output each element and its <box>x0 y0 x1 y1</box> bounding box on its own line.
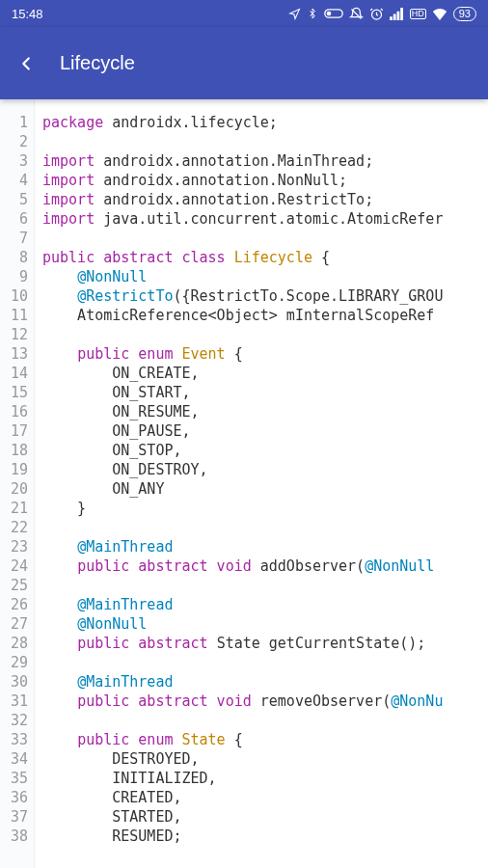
line-number: 19 <box>0 460 28 479</box>
code-line[interactable]: } <box>42 499 488 518</box>
code-line[interactable]: @MainThread <box>42 595 488 614</box>
line-number: 6 <box>0 209 28 229</box>
line-number: 17 <box>0 421 28 441</box>
code-line[interactable]: public enum Event { <box>42 344 488 364</box>
code-line[interactable]: @NonNull <box>42 614 488 634</box>
code-editor[interactable]: 1234567891011121314151617181920212223242… <box>0 99 488 868</box>
back-button[interactable] <box>14 51 39 76</box>
code-line[interactable]: ON_CREATE, <box>42 364 488 383</box>
code-line[interactable] <box>42 653 488 672</box>
code-line[interactable]: @MainThread <box>42 672 488 692</box>
code-line[interactable]: AtomicReference<Object> mInternalScopeRe… <box>42 306 488 325</box>
location-icon <box>288 8 301 20</box>
status-time: 15:48 <box>12 7 288 21</box>
code-line[interactable]: ON_RESUME, <box>42 402 488 421</box>
line-number: 11 <box>0 306 28 325</box>
line-number: 3 <box>0 151 28 171</box>
code-line[interactable] <box>42 325 488 344</box>
code-line[interactable] <box>42 132 488 151</box>
line-number: 4 <box>0 171 28 190</box>
line-number: 1 <box>0 113 28 132</box>
line-number: 38 <box>0 827 28 846</box>
line-number: 8 <box>0 248 28 267</box>
line-number: 18 <box>0 441 28 460</box>
status-bar: 15:48 HD 93 <box>0 0 488 27</box>
code-line[interactable]: public abstract void addObserver(@NonNul… <box>42 556 488 576</box>
code-line[interactable]: ON_START, <box>42 383 488 402</box>
line-number: 24 <box>0 556 28 576</box>
code-line[interactable]: INITIALIZED, <box>42 769 488 788</box>
code-line[interactable]: public abstract void removeObserver(@Non… <box>42 692 488 711</box>
alarm-icon <box>369 7 384 21</box>
dnd-icon <box>349 7 364 21</box>
code-line[interactable]: STARTED, <box>42 807 488 827</box>
code-line[interactable]: ON_ANY <box>42 479 488 499</box>
line-number-gutter: 1234567891011121314151617181920212223242… <box>0 99 35 868</box>
code-line[interactable]: public enum State { <box>42 730 488 749</box>
battery-icon: 93 <box>453 7 476 21</box>
code-line[interactable]: @MainThread <box>42 537 488 556</box>
line-number: 25 <box>0 576 28 595</box>
chevron-left-icon <box>15 53 37 74</box>
code-line[interactable]: import androidx.annotation.RestrictTo; <box>42 190 488 209</box>
line-number: 22 <box>0 518 28 537</box>
line-number: 30 <box>0 672 28 692</box>
line-number: 35 <box>0 769 28 788</box>
code-line[interactable] <box>42 711 488 730</box>
line-number: 13 <box>0 344 28 364</box>
line-number: 16 <box>0 402 28 421</box>
code-line[interactable]: import androidx.annotation.NonNull; <box>42 171 488 190</box>
wifi-icon <box>432 8 447 20</box>
code-line[interactable]: ON_DESTROY, <box>42 460 488 479</box>
code-line[interactable]: CREATED, <box>42 788 488 807</box>
line-number: 5 <box>0 190 28 209</box>
status-icons: HD 93 <box>288 7 476 21</box>
line-number: 37 <box>0 807 28 827</box>
code-line[interactable]: ON_STOP, <box>42 441 488 460</box>
line-number: 31 <box>0 692 28 711</box>
line-number: 27 <box>0 614 28 634</box>
code-line[interactable]: @NonNull <box>42 267 488 286</box>
code-line[interactable] <box>42 229 488 248</box>
vpn-icon <box>324 8 343 19</box>
code-line[interactable] <box>42 518 488 537</box>
code-line[interactable]: package androidx.lifecycle; <box>42 113 488 132</box>
code-line[interactable] <box>42 576 488 595</box>
line-number: 26 <box>0 595 28 614</box>
signal-icon <box>390 8 404 20</box>
app-bar: Lifecycle <box>0 27 488 99</box>
svg-point-1 <box>327 12 330 14</box>
line-number: 23 <box>0 537 28 556</box>
code-line[interactable]: RESUMED; <box>42 827 488 846</box>
line-number: 21 <box>0 499 28 518</box>
code-line[interactable]: DESTROYED, <box>42 749 488 769</box>
hd-icon: HD <box>410 9 426 19</box>
line-number: 14 <box>0 364 28 383</box>
line-number: 34 <box>0 749 28 769</box>
line-number: 9 <box>0 267 28 286</box>
code-line[interactable]: ON_PAUSE, <box>42 421 488 441</box>
line-number: 20 <box>0 479 28 499</box>
line-number: 15 <box>0 383 28 402</box>
bluetooth-icon <box>307 7 318 20</box>
code-content[interactable]: package androidx.lifecycle; import andro… <box>35 99 488 868</box>
code-line[interactable]: @RestrictTo({RestrictTo.Scope.LIBRARY_GR… <box>42 286 488 306</box>
line-number: 29 <box>0 653 28 672</box>
line-number: 32 <box>0 711 28 730</box>
line-number: 36 <box>0 788 28 807</box>
line-number: 12 <box>0 325 28 344</box>
code-line[interactable]: public abstract class Lifecycle { <box>42 248 488 267</box>
line-number: 10 <box>0 286 28 306</box>
line-number: 7 <box>0 229 28 248</box>
code-line[interactable]: import androidx.annotation.MainThread; <box>42 151 488 171</box>
page-title: Lifecycle <box>60 52 135 74</box>
line-number: 2 <box>0 132 28 151</box>
code-line[interactable]: public abstract State getCurrentState(); <box>42 634 488 653</box>
line-number: 28 <box>0 634 28 653</box>
code-line[interactable]: import java.util.concurrent.atomic.Atomi… <box>42 209 488 229</box>
line-number: 33 <box>0 730 28 749</box>
